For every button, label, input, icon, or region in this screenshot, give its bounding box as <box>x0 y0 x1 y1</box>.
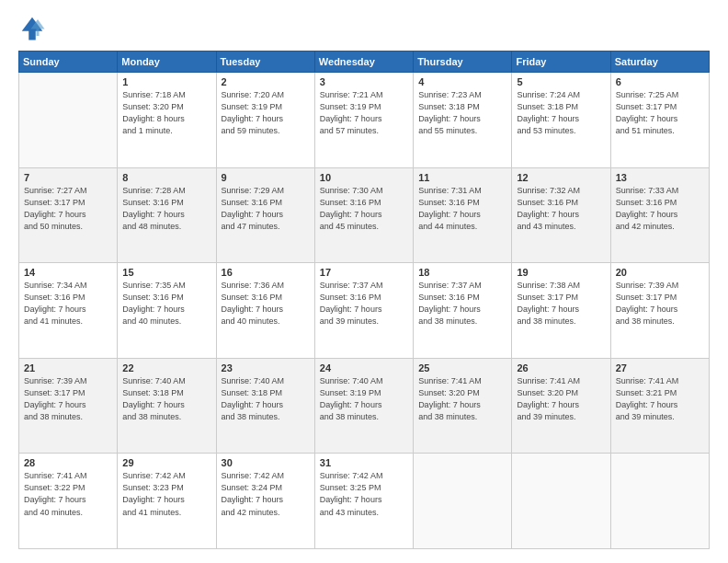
calendar-cell: 2Sunrise: 7:20 AM Sunset: 3:19 PM Daylig… <box>216 73 314 168</box>
weekday-header-monday: Monday <box>118 52 216 73</box>
calendar-cell: 27Sunrise: 7:41 AM Sunset: 3:21 PM Dayli… <box>610 358 709 454</box>
day-info: Sunrise: 7:29 AM Sunset: 3:16 PM Dayligh… <box>222 185 310 233</box>
day-number: 10 <box>320 172 408 183</box>
day-info: Sunrise: 7:36 AM Sunset: 3:16 PM Dayligh… <box>222 280 310 327</box>
day-number: 3 <box>320 76 408 87</box>
weekday-header-saturday: Saturday <box>610 52 709 73</box>
day-info: Sunrise: 7:21 AM Sunset: 3:19 PM Dayligh… <box>320 89 408 137</box>
calendar-week-row: 28Sunrise: 7:41 AM Sunset: 3:22 PM Dayli… <box>19 454 710 549</box>
day-info: Sunrise: 7:41 AM Sunset: 3:20 PM Dayligh… <box>517 375 605 423</box>
calendar-cell: 5Sunrise: 7:24 AM Sunset: 3:18 PM Daylig… <box>512 73 610 168</box>
weekday-header-tuesday: Tuesday <box>216 52 314 73</box>
weekday-header-friday: Friday <box>512 52 610 73</box>
day-number: 26 <box>517 362 605 373</box>
calendar-cell: 10Sunrise: 7:30 AM Sunset: 3:16 PM Dayli… <box>314 167 413 263</box>
day-number: 30 <box>222 457 310 468</box>
calendar-cell: 24Sunrise: 7:40 AM Sunset: 3:19 PM Dayli… <box>314 358 413 454</box>
day-number: 28 <box>24 457 112 468</box>
day-info: Sunrise: 7:31 AM Sunset: 3:16 PM Dayligh… <box>418 185 506 233</box>
day-info: Sunrise: 7:27 AM Sunset: 3:17 PM Dayligh… <box>24 185 112 233</box>
day-number: 14 <box>24 267 112 278</box>
calendar-cell: 11Sunrise: 7:31 AM Sunset: 3:16 PM Dayli… <box>414 167 512 263</box>
day-number: 17 <box>320 267 408 278</box>
day-number: 8 <box>122 172 210 183</box>
day-number: 21 <box>24 362 112 373</box>
calendar-week-row: 1Sunrise: 7:18 AM Sunset: 3:20 PM Daylig… <box>19 73 710 168</box>
day-number: 7 <box>24 172 112 183</box>
day-number: 18 <box>418 267 506 278</box>
calendar-cell: 25Sunrise: 7:41 AM Sunset: 3:20 PM Dayli… <box>414 358 512 454</box>
weekday-header-thursday: Thursday <box>414 52 512 73</box>
day-info: Sunrise: 7:42 AM Sunset: 3:24 PM Dayligh… <box>222 470 310 518</box>
logo-icon <box>18 14 46 41</box>
calendar-cell: 26Sunrise: 7:41 AM Sunset: 3:20 PM Dayli… <box>512 358 610 454</box>
calendar-cell: 16Sunrise: 7:36 AM Sunset: 3:16 PM Dayli… <box>216 263 314 359</box>
calendar-cell: 29Sunrise: 7:42 AM Sunset: 3:23 PM Dayli… <box>118 454 216 549</box>
day-info: Sunrise: 7:23 AM Sunset: 3:18 PM Dayligh… <box>418 89 506 137</box>
calendar-cell: 9Sunrise: 7:29 AM Sunset: 3:16 PM Daylig… <box>216 167 314 263</box>
calendar-cell: 6Sunrise: 7:25 AM Sunset: 3:17 PM Daylig… <box>610 73 709 168</box>
day-info: Sunrise: 7:40 AM Sunset: 3:18 PM Dayligh… <box>122 375 210 423</box>
day-number: 25 <box>418 362 506 373</box>
day-number: 6 <box>616 76 704 87</box>
day-number: 23 <box>222 362 310 373</box>
weekday-header-row: SundayMondayTuesdayWednesdayThursdayFrid… <box>19 52 710 73</box>
day-number: 11 <box>418 172 506 183</box>
calendar-cell: 15Sunrise: 7:35 AM Sunset: 3:16 PM Dayli… <box>118 263 216 359</box>
calendar-cell: 14Sunrise: 7:34 AM Sunset: 3:16 PM Dayli… <box>19 263 118 359</box>
calendar-cell: 28Sunrise: 7:41 AM Sunset: 3:22 PM Dayli… <box>19 454 118 549</box>
calendar-cell: 13Sunrise: 7:33 AM Sunset: 3:16 PM Dayli… <box>610 167 709 263</box>
day-info: Sunrise: 7:40 AM Sunset: 3:19 PM Dayligh… <box>320 375 408 423</box>
day-number: 9 <box>222 172 310 183</box>
day-number: 13 <box>616 172 704 183</box>
calendar-cell: 3Sunrise: 7:21 AM Sunset: 3:19 PM Daylig… <box>314 73 413 168</box>
day-info: Sunrise: 7:38 AM Sunset: 3:17 PM Dayligh… <box>517 280 605 327</box>
day-number: 31 <box>320 457 408 468</box>
day-info: Sunrise: 7:18 AM Sunset: 3:20 PM Dayligh… <box>122 89 210 137</box>
day-number: 19 <box>517 267 605 278</box>
day-info: Sunrise: 7:37 AM Sunset: 3:16 PM Dayligh… <box>418 280 506 327</box>
day-number: 29 <box>122 457 210 468</box>
day-info: Sunrise: 7:20 AM Sunset: 3:19 PM Dayligh… <box>222 89 310 137</box>
calendar-cell: 4Sunrise: 7:23 AM Sunset: 3:18 PM Daylig… <box>414 73 512 168</box>
day-info: Sunrise: 7:37 AM Sunset: 3:16 PM Dayligh… <box>320 280 408 327</box>
calendar-week-row: 21Sunrise: 7:39 AM Sunset: 3:17 PM Dayli… <box>19 358 710 454</box>
calendar-week-row: 7Sunrise: 7:27 AM Sunset: 3:17 PM Daylig… <box>19 167 710 263</box>
day-info: Sunrise: 7:24 AM Sunset: 3:18 PM Dayligh… <box>517 89 605 137</box>
day-info: Sunrise: 7:35 AM Sunset: 3:16 PM Dayligh… <box>122 280 210 327</box>
header <box>18 14 710 41</box>
calendar-cell: 7Sunrise: 7:27 AM Sunset: 3:17 PM Daylig… <box>19 167 118 263</box>
calendar-cell: 19Sunrise: 7:38 AM Sunset: 3:17 PM Dayli… <box>512 263 610 359</box>
day-info: Sunrise: 7:41 AM Sunset: 3:21 PM Dayligh… <box>616 375 704 423</box>
calendar-cell: 1Sunrise: 7:18 AM Sunset: 3:20 PM Daylig… <box>118 73 216 168</box>
day-number: 1 <box>122 76 210 87</box>
calendar-week-row: 14Sunrise: 7:34 AM Sunset: 3:16 PM Dayli… <box>19 263 710 359</box>
calendar-cell: 21Sunrise: 7:39 AM Sunset: 3:17 PM Dayli… <box>19 358 118 454</box>
day-number: 24 <box>320 362 408 373</box>
day-number: 16 <box>222 267 310 278</box>
day-info: Sunrise: 7:30 AM Sunset: 3:16 PM Dayligh… <box>320 185 408 233</box>
calendar-cell: 12Sunrise: 7:32 AM Sunset: 3:16 PM Dayli… <box>512 167 610 263</box>
calendar-cell: 18Sunrise: 7:37 AM Sunset: 3:16 PM Dayli… <box>414 263 512 359</box>
calendar-cell: 20Sunrise: 7:39 AM Sunset: 3:17 PM Dayli… <box>610 263 709 359</box>
day-info: Sunrise: 7:42 AM Sunset: 3:25 PM Dayligh… <box>320 470 408 518</box>
day-info: Sunrise: 7:41 AM Sunset: 3:22 PM Dayligh… <box>24 470 112 518</box>
day-number: 12 <box>517 172 605 183</box>
day-number: 22 <box>122 362 210 373</box>
day-info: Sunrise: 7:39 AM Sunset: 3:17 PM Dayligh… <box>616 280 704 327</box>
day-info: Sunrise: 7:32 AM Sunset: 3:16 PM Dayligh… <box>517 185 605 233</box>
day-info: Sunrise: 7:25 AM Sunset: 3:17 PM Dayligh… <box>616 89 704 137</box>
day-info: Sunrise: 7:41 AM Sunset: 3:20 PM Dayligh… <box>418 375 506 423</box>
day-number: 4 <box>418 76 506 87</box>
calendar-table: SundayMondayTuesdayWednesdayThursdayFrid… <box>18 51 710 549</box>
calendar-cell: 17Sunrise: 7:37 AM Sunset: 3:16 PM Dayli… <box>314 263 413 359</box>
day-info: Sunrise: 7:39 AM Sunset: 3:17 PM Dayligh… <box>24 375 112 423</box>
page: SundayMondayTuesdayWednesdayThursdayFrid… <box>0 0 728 563</box>
day-number: 5 <box>517 76 605 87</box>
calendar-cell <box>19 73 118 168</box>
weekday-header-wednesday: Wednesday <box>314 52 413 73</box>
day-info: Sunrise: 7:34 AM Sunset: 3:16 PM Dayligh… <box>24 280 112 327</box>
day-info: Sunrise: 7:40 AM Sunset: 3:18 PM Dayligh… <box>222 375 310 423</box>
day-number: 20 <box>616 267 704 278</box>
calendar-cell: 8Sunrise: 7:28 AM Sunset: 3:16 PM Daylig… <box>118 167 216 263</box>
